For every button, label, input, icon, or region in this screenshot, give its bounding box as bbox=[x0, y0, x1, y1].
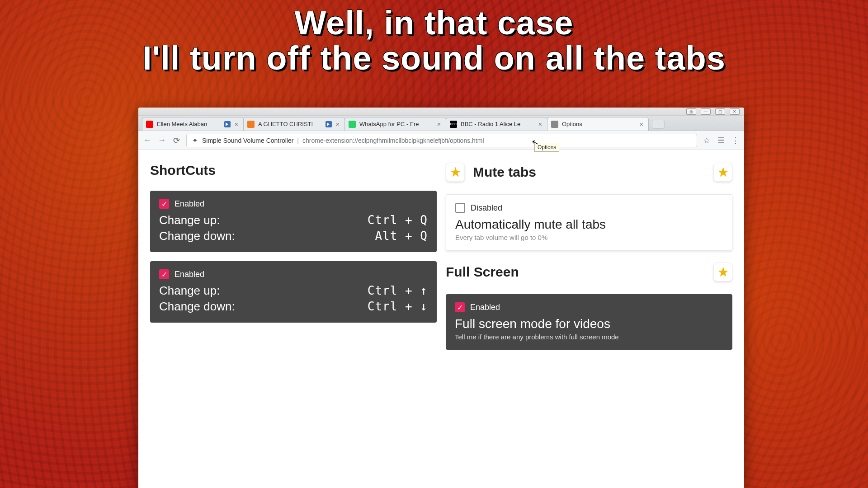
tab-bbc[interactable]: BBC BBC - Radio 1 Alice Le × bbox=[446, 117, 547, 131]
tab-title: Options bbox=[562, 121, 638, 127]
close-tab-icon[interactable]: × bbox=[537, 121, 543, 127]
page-name: Simple Sound Volume Controller bbox=[202, 137, 293, 144]
maximize-button[interactable]: ▢ bbox=[715, 108, 725, 115]
tab-title: BBC - Radio 1 Alice Le bbox=[461, 121, 537, 127]
tab-title: WhatsApp for PC - Fre bbox=[359, 121, 436, 127]
close-tab-icon[interactable]: × bbox=[233, 121, 240, 127]
star-icon[interactable]: ★ bbox=[713, 163, 732, 182]
puzzle-icon: ✦ bbox=[191, 137, 198, 144]
headline-line1: Well, in that case bbox=[0, 5, 868, 41]
tellme-link[interactable]: Tell me bbox=[455, 333, 476, 341]
user-icon[interactable]: ◎ bbox=[686, 108, 696, 115]
mute-title: Automatically mute all tabs bbox=[455, 217, 723, 232]
youtube-icon bbox=[146, 121, 153, 128]
page-url: chrome-extension://eclpngfhmilmcllbbclpk… bbox=[302, 137, 484, 144]
enabled-label: Enabled bbox=[175, 270, 204, 279]
row-value: Alt + Q bbox=[375, 229, 428, 243]
extensions-menu-icon[interactable]: ☰ bbox=[717, 136, 725, 145]
toolbar: ← → ⟳ ✦ Simple Sound Volume Controller |… bbox=[138, 131, 744, 150]
options-page: ShortCuts ✓ Enabled Change up: Ctrl + Q … bbox=[138, 150, 744, 362]
browser-window: ◎ — ▢ ✕ Ellen Meets Alaban × A GHETTO CH… bbox=[138, 108, 744, 488]
tab-options[interactable]: Options × bbox=[547, 117, 649, 131]
close-tab-icon[interactable]: × bbox=[638, 121, 645, 127]
fullscreen-sub: Tell me if there are any problems with f… bbox=[455, 333, 723, 341]
site-icon bbox=[247, 121, 255, 128]
tab-title: A GHETTO CHRISTI bbox=[258, 121, 323, 127]
tab-title: Ellen Meets Alaban bbox=[157, 121, 222, 127]
mute-sub: Every tab volume will go to 0% bbox=[455, 234, 723, 241]
whatsapp-icon bbox=[349, 121, 356, 128]
headline: Well, in that case I'll turn off the sou… bbox=[0, 0, 868, 75]
new-tab-button[interactable] bbox=[652, 120, 665, 129]
fullscreen-title: Full screen mode for videos bbox=[455, 317, 723, 331]
star-icon[interactable]: ★ bbox=[446, 163, 465, 182]
mutetabs-heading: ★ Mute tabs ★ bbox=[446, 163, 732, 182]
tab-youtube[interactable]: Ellen Meets Alaban × bbox=[142, 117, 244, 131]
kebab-menu-icon[interactable]: ⋮ bbox=[731, 136, 740, 145]
bookmark-star-icon[interactable]: ☆ bbox=[703, 136, 711, 145]
enabled-checkbox[interactable]: ✓ bbox=[159, 269, 169, 279]
row-value: Ctrl + ↑ bbox=[368, 284, 428, 297]
enabled-label: Enabled bbox=[175, 199, 204, 209]
row-label: Change up: bbox=[159, 284, 220, 298]
row-value: Ctrl + ↓ bbox=[368, 300, 428, 313]
tab-strip: Ellen Meets Alaban × A GHETTO CHRISTI × … bbox=[138, 116, 744, 131]
minimize-button[interactable]: — bbox=[701, 108, 711, 115]
reload-button[interactable]: ⟳ bbox=[172, 136, 181, 145]
enabled-checkbox[interactable]: ✓ bbox=[455, 302, 465, 312]
shortcut-card-2: ✓ Enabled Change up: Ctrl + ↑ Change dow… bbox=[150, 261, 437, 323]
tab-whatsapp[interactable]: WhatsApp for PC - Fre × bbox=[344, 117, 446, 131]
close-window-button[interactable]: ✕ bbox=[730, 108, 740, 115]
enabled-label: Enabled bbox=[470, 303, 500, 312]
row-label: Change down: bbox=[159, 229, 235, 243]
mute-card: Disabled Automatically mute all tabs Eve… bbox=[446, 194, 732, 251]
fullscreen-heading: Full Screen ★ bbox=[446, 263, 732, 282]
star-icon[interactable]: ★ bbox=[713, 263, 732, 282]
shortcut-card-1: ✓ Enabled Change up: Ctrl + Q Change dow… bbox=[150, 191, 437, 252]
disabled-label: Disabled bbox=[471, 203, 502, 213]
shortcuts-heading: ShortCuts bbox=[150, 163, 437, 178]
window-titlebar: ◎ — ▢ ✕ bbox=[138, 108, 744, 116]
row-label: Change down: bbox=[159, 300, 235, 314]
headline-line2: I'll turn off the sound on all the tabs bbox=[0, 41, 868, 76]
audio-icon[interactable] bbox=[224, 121, 231, 127]
row-label: Change up: bbox=[159, 213, 220, 227]
fullscreen-card: ✓ Enabled Full screen mode for videos Te… bbox=[446, 294, 732, 350]
row-value: Ctrl + Q bbox=[368, 213, 428, 227]
enabled-checkbox[interactable]: ✓ bbox=[159, 199, 169, 209]
extension-icon bbox=[551, 121, 558, 128]
back-button[interactable]: ← bbox=[143, 136, 152, 145]
close-tab-icon[interactable]: × bbox=[436, 121, 442, 127]
address-bar[interactable]: ✦ Simple Sound Volume Controller | chrom… bbox=[186, 134, 697, 147]
bbc-icon: BBC bbox=[450, 121, 457, 128]
tab-ghetto[interactable]: A GHETTO CHRISTI × bbox=[243, 117, 345, 131]
close-tab-icon[interactable]: × bbox=[335, 121, 341, 127]
audio-icon[interactable] bbox=[326, 121, 332, 127]
forward-button[interactable]: → bbox=[157, 136, 166, 145]
disabled-checkbox[interactable] bbox=[455, 203, 465, 213]
